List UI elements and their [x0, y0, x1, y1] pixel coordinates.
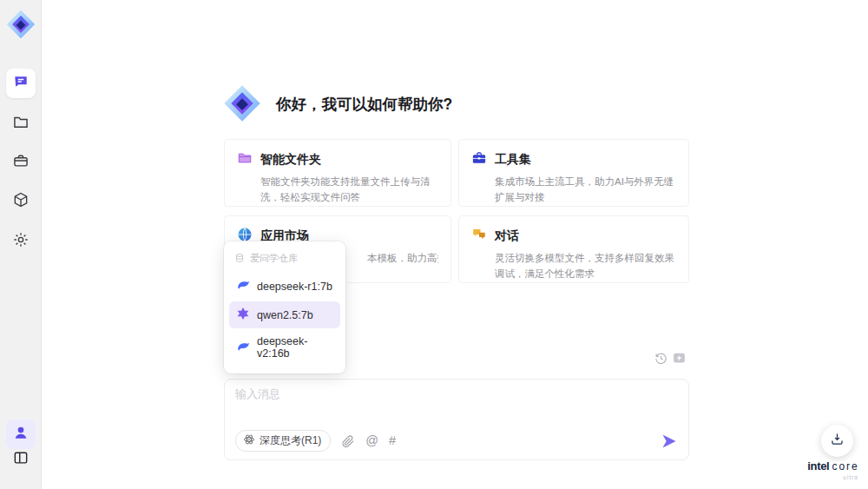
card-title: 工具集	[495, 152, 531, 168]
hash-icon[interactable]: #	[389, 434, 396, 447]
sidebar-item-toolbox[interactable]	[6, 148, 36, 177]
smart-folder-icon	[237, 150, 253, 169]
deepseek-whale-icon	[236, 340, 250, 356]
sidebar	[0, 0, 42, 489]
cube-icon	[12, 191, 30, 212]
sidebar-item-chat[interactable]	[6, 69, 36, 98]
app-logo-icon	[5, 9, 36, 40]
greeting-logo-icon	[222, 83, 262, 123]
repository-icon	[234, 253, 245, 265]
card-title: 对话	[495, 228, 519, 244]
model-dropdown-header-label: 爱问学仓库	[250, 252, 298, 265]
user-icon	[12, 424, 30, 445]
sidebar-item-folders[interactable]	[6, 109, 36, 138]
dialog-bubbles-icon	[471, 227, 487, 246]
model-option-label: qwen2.5:7b	[257, 309, 313, 321]
attach-file-button[interactable]	[341, 434, 355, 448]
intel-product-text: core	[832, 460, 858, 472]
model-option-deepseek-v2[interactable]: deepseek-v2:16b	[229, 330, 340, 365]
new-chat-icon	[672, 354, 687, 368]
model-option-deepseek-r1[interactable]: deepseek-r1:7b	[229, 273, 340, 300]
send-icon	[661, 438, 678, 453]
card-desc: 灵活切换多模型文件，支持多样回复效果调试，满足个性化需求	[471, 251, 676, 282]
card-desc: 集成市场上主流工具，助力AI与外界无缝扩展与对接	[471, 175, 676, 206]
composer-toolbar: 深度思考(R1) @ #	[235, 430, 678, 452]
history-icon	[654, 354, 668, 368]
deep-think-label: 深度思考(R1)	[260, 433, 321, 448]
download-icon	[829, 431, 845, 451]
card-toolset[interactable]: 工具集 集成市场上主流工具，助力AI与外界无缝扩展与对接	[458, 139, 689, 207]
intel-tier-text: ultra	[803, 474, 864, 480]
model-dropdown: 爱问学仓库 deepseek-r1:7b qwen2.5:7b deepseek…	[224, 241, 345, 373]
deepseek-whale-icon	[236, 278, 250, 294]
history-button[interactable]	[654, 351, 668, 366]
card-title: 智能文件夹	[260, 152, 321, 168]
download-button[interactable]	[821, 425, 853, 457]
card-desc: 智能文件夹功能支持批量文件上传与清洗，轻松实现文件问答	[237, 175, 438, 206]
sidebar-item-settings[interactable]	[6, 227, 36, 256]
model-option-label: deepseek-r1:7b	[257, 281, 332, 293]
model-option-qwen[interactable]: qwen2.5:7b	[229, 301, 340, 328]
app-window: 你好，我可以如何帮助你? 智能文件夹 智能文件夹功能支持批量文件上传与清洗，轻松…	[0, 0, 868, 489]
card-dialog[interactable]: 对话 灵活切换多模型文件，支持多样回复效果调试，满足个性化需求	[458, 215, 689, 283]
atom-icon	[243, 433, 255, 448]
folder-icon	[12, 113, 30, 134]
model-option-label: deepseek-v2:16b	[257, 335, 333, 360]
intel-brand-text: intel	[807, 459, 829, 472]
message-composer: 深度思考(R1) @ #	[224, 379, 689, 460]
briefcase-icon	[12, 152, 30, 173]
intel-core-badge: intelcore ultra	[803, 458, 864, 480]
send-button[interactable]	[661, 433, 678, 450]
panel-icon	[12, 449, 30, 470]
paperclip-icon	[341, 436, 355, 451]
chat-icon	[12, 73, 30, 94]
card-smart-folder[interactable]: 智能文件夹 智能文件夹功能支持批量文件上传与清洗，轻松实现文件问答	[224, 139, 451, 207]
greeting-title: 你好，我可以如何帮助你?	[276, 94, 452, 115]
sidebar-item-collapse-panel[interactable]	[6, 445, 36, 474]
new-chat-button[interactable]	[672, 351, 687, 366]
sidebar-item-models[interactable]	[6, 187, 36, 216]
message-input[interactable]	[235, 387, 678, 423]
at-icon[interactable]: @	[365, 434, 378, 447]
qwen-icon	[236, 307, 250, 323]
model-dropdown-header: 爱问学仓库	[224, 247, 345, 271]
toolset-icon	[471, 150, 487, 169]
deep-think-toggle[interactable]: 深度思考(R1)	[235, 430, 331, 452]
gear-icon	[12, 231, 30, 252]
